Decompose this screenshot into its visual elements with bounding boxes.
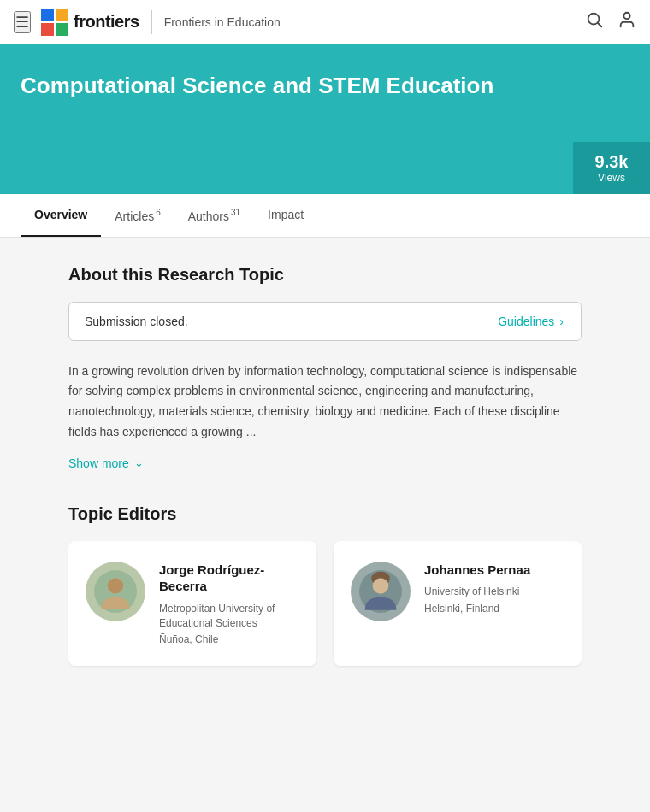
submission-box: Submission closed. Guidelines › bbox=[68, 302, 582, 341]
chevron-down-icon: ⌄ bbox=[134, 456, 144, 469]
user-button[interactable] bbox=[618, 10, 636, 33]
svg-point-13 bbox=[373, 578, 388, 593]
svg-rect-3 bbox=[56, 23, 68, 36]
editor-avatar-0 bbox=[86, 562, 145, 621]
editor-institution-1: University of Helsinki bbox=[424, 585, 530, 599]
show-more-button[interactable]: Show more ⌄ bbox=[68, 456, 144, 470]
header: ☰ frontiers Frontiers in Education bbox=[0, 0, 650, 44]
editor-info-1: Johannes Pernaa University of Helsinki H… bbox=[424, 562, 530, 615]
svg-rect-1 bbox=[56, 9, 68, 21]
header-actions bbox=[585, 10, 636, 33]
editor-location-1: Helsinki, Finland bbox=[424, 603, 530, 615]
hero-banner: Computational Science and STEM Education… bbox=[0, 44, 650, 194]
editor-card-1: Johannes Pernaa University of Helsinki H… bbox=[334, 541, 582, 667]
tab-authors[interactable]: Authors31 bbox=[174, 194, 254, 237]
tabs-navigation: Overview Articles6 Authors31 Impact bbox=[0, 194, 650, 238]
editors-grid: Jorge Rodríguez-Becerra Metropolitan Uni… bbox=[68, 541, 582, 667]
search-button[interactable] bbox=[585, 10, 604, 33]
views-count: 9.3k bbox=[590, 152, 633, 172]
svg-rect-2 bbox=[41, 23, 54, 36]
main-content: About this Research Topic Submission clo… bbox=[0, 238, 650, 694]
views-badge: 9.3k Views bbox=[573, 142, 650, 194]
editor-avatar-1 bbox=[351, 562, 411, 621]
chevron-right-icon: › bbox=[559, 315, 564, 328]
journal-name: Frontiers in Education bbox=[164, 15, 585, 29]
submission-status: Submission closed. bbox=[69, 303, 481, 340]
about-section: About this Research Topic Submission clo… bbox=[68, 265, 582, 470]
logo-text: frontiers bbox=[74, 12, 139, 32]
search-icon bbox=[585, 10, 604, 29]
svg-point-6 bbox=[623, 13, 629, 19]
tab-impact[interactable]: Impact bbox=[254, 194, 317, 237]
editor-institution-0: Metropolitan University of Educational S… bbox=[159, 602, 299, 631]
about-heading: About this Research Topic bbox=[68, 265, 582, 285]
editors-section: Topic Editors Jorge Rodríguez-Becerra Me… bbox=[68, 504, 582, 667]
menu-button[interactable]: ☰ bbox=[14, 11, 31, 33]
svg-point-9 bbox=[108, 578, 123, 593]
svg-rect-0 bbox=[41, 9, 54, 21]
editor-card-0: Jorge Rodríguez-Becerra Metropolitan Uni… bbox=[68, 541, 316, 667]
editor-name-0: Jorge Rodríguez-Becerra bbox=[159, 562, 299, 595]
logo-link[interactable]: frontiers bbox=[41, 9, 139, 36]
user-icon bbox=[618, 10, 636, 29]
guidelines-button[interactable]: Guidelines › bbox=[481, 303, 581, 340]
tab-overview[interactable]: Overview bbox=[21, 194, 101, 237]
editors-heading: Topic Editors bbox=[68, 504, 582, 524]
editor-location-0: Ñuñoa, Chile bbox=[159, 633, 299, 645]
frontiers-logo-icon bbox=[41, 9, 68, 36]
about-description: In a growing revolution driven by inform… bbox=[68, 362, 582, 443]
svg-point-4 bbox=[588, 14, 600, 25]
editor-info-0: Jorge Rodríguez-Becerra Metropolitan Uni… bbox=[159, 562, 299, 646]
tab-articles[interactable]: Articles6 bbox=[101, 194, 174, 237]
editor-name-1: Johannes Pernaa bbox=[424, 562, 530, 579]
svg-line-5 bbox=[598, 23, 601, 26]
header-divider bbox=[151, 10, 152, 34]
views-label: Views bbox=[590, 172, 633, 184]
page-title: Computational Science and STEM Education bbox=[21, 72, 534, 101]
